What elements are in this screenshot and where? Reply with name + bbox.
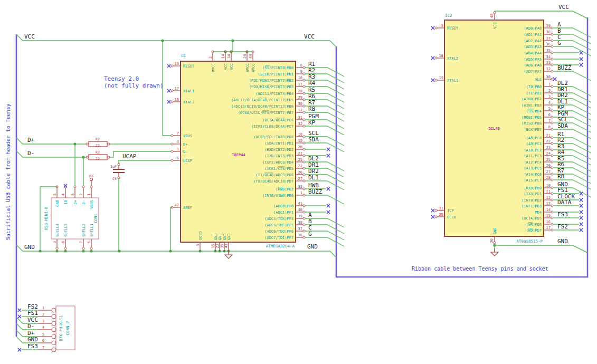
pin-name: SHELL1 [90, 224, 94, 237]
pin-number: 12 [298, 108, 302, 112]
pin-name: D- [82, 200, 86, 204]
pin-number: 29 [298, 95, 302, 100]
pin-end [551, 64, 553, 66]
pin-number: 39 [298, 214, 302, 218]
pin-name: (HWB)PE2 [276, 187, 293, 191]
pin-number: 17 [175, 87, 179, 91]
pin-name: (INT0)PD2 [522, 198, 542, 203]
pin-number: 26 [298, 170, 302, 175]
pin-number: 30 [298, 102, 302, 106]
teensy-note: Teensy 2.0 (not fully drawn) [104, 75, 164, 89]
pin-number: 1 [87, 194, 91, 196]
pin-name: (SDA/INT1)PD1 [264, 141, 293, 146]
pin-end [551, 223, 553, 225]
pin-end [303, 180, 305, 182]
pin-number: 12 [546, 196, 551, 200]
pin-name: (ADC5/TMS)PF5 [264, 223, 293, 227]
pin-end [551, 137, 553, 139]
resistor-ref: R3 [96, 150, 100, 155]
pin-end [303, 224, 305, 226]
net-label: BUZZ [308, 188, 323, 195]
pin-number: 3 [71, 194, 75, 196]
pin-number: 34 [546, 55, 551, 59]
pin-end [303, 105, 305, 107]
pin-number: 4 [177, 140, 179, 144]
pin-end [64, 247, 67, 250]
net-label: GND [27, 336, 38, 343]
net-label: R8 [308, 106, 315, 112]
pin-name: (ICP3/CLK0/OC4A)PC7 [251, 124, 293, 129]
pin-end [303, 119, 305, 121]
pin-number: 43 [224, 244, 229, 248]
net-label: FS2 [557, 223, 568, 230]
net-label: G [308, 231, 312, 237]
wire [305, 195, 344, 204]
pin-number: 7 [548, 119, 551, 123]
net-label: FS3 [27, 343, 38, 350]
pin-name: PD4 [535, 210, 542, 215]
pin-end [551, 217, 553, 219]
pin-number: 35 [220, 244, 224, 248]
net-label: G [557, 40, 561, 46]
vcc-label: VCC [304, 33, 315, 40]
pin-name: D+ [183, 142, 187, 147]
pin-end [303, 79, 305, 81]
vcc-symbol-icon [90, 178, 93, 181]
pin-number: 44 [249, 54, 253, 59]
pin-name: GND [214, 233, 218, 240]
pin-name: (AIN0)PB2 [522, 97, 542, 101]
schematic-drawing: VCCVCCD+D-UCAPGNDGNDR222R3221uFC4U1TQFP4… [0, 0, 597, 364]
pin-end [303, 211, 305, 213]
pin-number: 33 [298, 185, 302, 189]
pin-name: (ADC7/TDI)PF7 [264, 236, 293, 240]
pin-number: 15 [211, 244, 215, 248]
pin-end [551, 161, 553, 163]
net-label: DATA [557, 199, 572, 206]
pin-end [551, 78, 553, 80]
pin-number: 38 [298, 221, 302, 225]
pin-number: 27 [298, 177, 302, 181]
net-label: SDA [308, 136, 319, 143]
pin-name: (A11)PC3 [524, 154, 542, 158]
con1-value: USB-MINI-B [44, 206, 49, 231]
pin-name: UCAP [183, 159, 192, 163]
pin-number: 6 [87, 241, 91, 243]
usb-cable-note: Sacrificial USB cable from header to Tee… [5, 103, 11, 240]
pin-name: (A13)PC5 [524, 166, 542, 170]
ucap-label: UCAP [122, 153, 137, 160]
junction-dot [169, 250, 172, 252]
pin-end [551, 45, 553, 47]
wire [16, 138, 87, 144]
pin-number: 7 [79, 241, 83, 243]
pin-name: (ADC0)PF0 [273, 204, 293, 208]
pin-number: 1 [42, 306, 44, 310]
pin-end [171, 90, 173, 92]
net-label: FS3 [557, 211, 568, 218]
pin-number: 36 [298, 233, 302, 237]
connector-pad [52, 314, 56, 319]
pin-number: 34 [227, 54, 231, 59]
pin-number: 14 [546, 208, 551, 212]
pin-number: 19 [439, 76, 443, 80]
pin-end [303, 167, 305, 169]
pin-end [303, 205, 305, 207]
pin-end [435, 216, 437, 218]
dplus-label: D+ [27, 137, 35, 143]
capacitor-value: 1uF [110, 165, 117, 169]
pin-end [303, 142, 305, 144]
ground-icon [491, 252, 498, 256]
pin-end [303, 136, 305, 138]
pin-name: (OC0B/SCL/INT0)PD0 [253, 135, 293, 139]
pin-end [551, 205, 553, 207]
pin-number: 8 [61, 241, 65, 243]
pin-name: (A10)PC2 [524, 148, 542, 152]
pin-number: 26 [546, 164, 551, 168]
pin-end [551, 52, 553, 54]
pin-number: 33 [546, 61, 551, 65]
pin-name: (RD)PD7 [526, 228, 542, 233]
pin-end [551, 193, 553, 195]
u1-value: ATMEGA32U4-A [266, 244, 295, 248]
pin-end [303, 217, 305, 219]
pin-number: 5 [53, 194, 57, 196]
pin-number: 2 [79, 194, 83, 196]
